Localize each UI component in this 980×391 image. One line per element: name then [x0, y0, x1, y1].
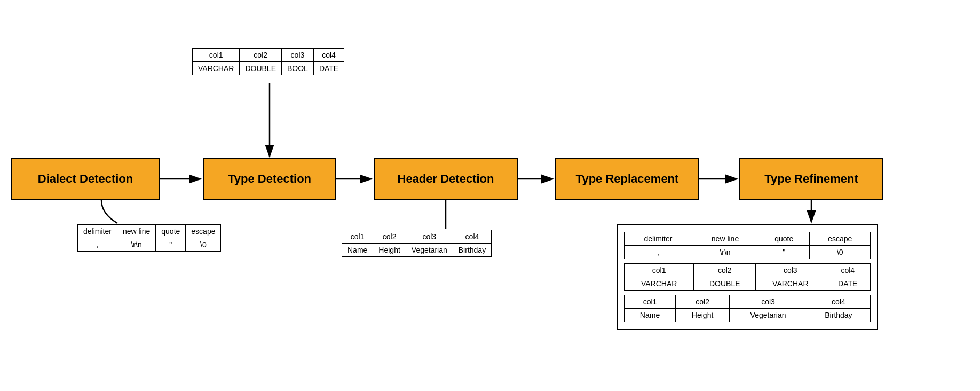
hdr-out-col3: col3 [406, 230, 453, 244]
dialect-col-newline: new line [117, 225, 155, 238]
type-in-col1: col1 [193, 49, 240, 62]
type-refinement-stage: Type Refinement [739, 158, 883, 200]
hdr-out-val4: Birthday [453, 244, 491, 257]
hdr-out-val1: Name [342, 244, 373, 257]
hdr-out-col4: col4 [453, 230, 491, 244]
hdr-out-col1: col1 [342, 230, 373, 244]
refinement-result-box: delimiter new line quote escape , \r\n "… [617, 224, 878, 330]
refinement-headers-table: col1 col2 col3 col4 Name Height Vegetari… [624, 295, 871, 322]
type-detection-stage: Type Detection [203, 158, 336, 200]
dialect-col-delimiter: delimiter [78, 225, 117, 238]
header-detection-output-table: col1 col2 col3 col4 Name Height Vegetari… [342, 230, 492, 257]
type-in-val3: BOOL [282, 62, 314, 75]
dialect-col-quote: quote [156, 225, 186, 238]
dialect-val-newline: \r\n [117, 238, 155, 252]
type-in-col4: col4 [313, 49, 344, 62]
type-in-val2: DOUBLE [240, 62, 282, 75]
dialect-col-escape: escape [186, 225, 221, 238]
dialect-detection-stage: Dialect Detection [11, 158, 160, 200]
type-in-col2: col2 [240, 49, 282, 62]
header-detection-stage: Header Detection [374, 158, 518, 200]
hdr-out-val3: Vegetarian [406, 244, 453, 257]
refinement-types-table: col1 col2 col3 col4 VARCHAR DOUBLE VARCH… [624, 263, 871, 291]
refinement-dialect-table: delimiter new line quote escape , \r\n "… [624, 232, 871, 259]
dialect-val-delimiter: , [78, 238, 117, 252]
type-in-val4: DATE [313, 62, 344, 75]
dialect-output-table: delimiter new line quote escape , \r\n "… [77, 224, 221, 252]
hdr-out-col2: col2 [373, 230, 406, 244]
hdr-out-val2: Height [373, 244, 406, 257]
dialect-val-escape: \0 [186, 238, 221, 252]
type-replacement-stage: Type Replacement [555, 158, 699, 200]
type-in-val1: VARCHAR [193, 62, 240, 75]
dialect-val-quote: " [156, 238, 186, 252]
type-detection-input-table: col1 col2 col3 col4 VARCHAR DOUBLE BOOL … [192, 48, 344, 75]
type-in-col3: col3 [282, 49, 314, 62]
